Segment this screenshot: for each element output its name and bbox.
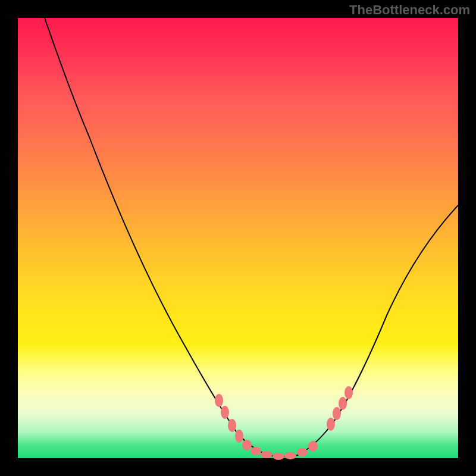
curve-marker bbox=[273, 453, 284, 460]
curve-marker bbox=[228, 419, 236, 432]
curve-marker bbox=[242, 440, 252, 450]
curve-marker bbox=[215, 394, 223, 407]
curve-marker bbox=[235, 430, 243, 443]
curve-marker bbox=[221, 406, 229, 419]
curve-marker bbox=[333, 407, 341, 420]
curve-marker bbox=[308, 441, 318, 452]
curve-marker bbox=[345, 386, 353, 399]
plot-area bbox=[18, 18, 458, 458]
watermark-text: TheBottleneck.com bbox=[349, 2, 470, 18]
curve-marker bbox=[261, 451, 273, 458]
curve-marker bbox=[250, 447, 261, 455]
curve-marker bbox=[284, 452, 296, 459]
curve-marker bbox=[327, 418, 335, 431]
curve-marker bbox=[339, 397, 347, 410]
curve-svg bbox=[18, 18, 458, 458]
bottleneck-curve bbox=[45, 18, 458, 457]
curve-marker bbox=[297, 448, 308, 456]
